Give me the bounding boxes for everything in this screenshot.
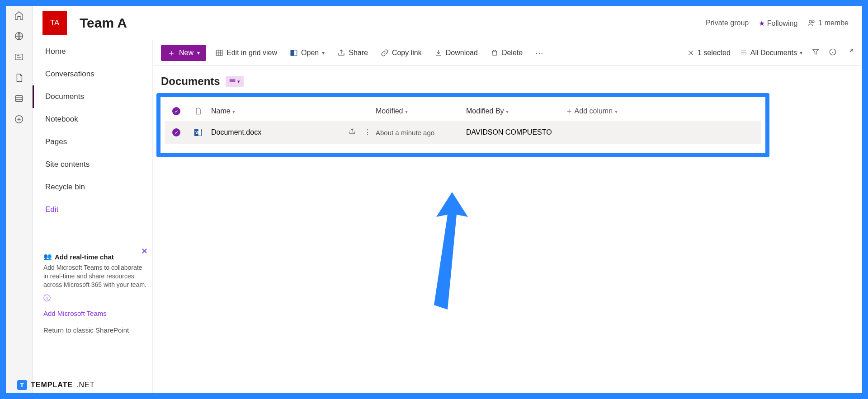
command-bar: ＋New▾ Edit in grid view Open ▾ Share Cop… xyxy=(153,40,862,66)
chevron-down-icon: ▾ xyxy=(615,108,618,115)
classic-link[interactable]: Return to classic SharePoint xyxy=(43,326,152,334)
row-checkbox[interactable]: ✓ xyxy=(172,128,180,136)
svg-rect-2 xyxy=(16,96,23,102)
select-all-checkbox[interactable]: ✓ xyxy=(172,107,180,115)
word-file-icon: W xyxy=(188,128,208,137)
app-rail xyxy=(6,6,33,393)
share-icon[interactable] xyxy=(349,128,356,137)
library-icon: 𝍢 xyxy=(229,77,236,85)
nav-item-notebook[interactable]: Notebook xyxy=(33,108,152,131)
teams-promo-card: ✕ 👥Add real-time chat Add Microsoft Team… xyxy=(43,253,148,317)
share-button[interactable]: Share xyxy=(334,49,372,57)
col-modified-header[interactable]: Modified ▾ xyxy=(376,107,466,115)
table-header: ✓ Name ▾ Modified ▾ Modified By ▾ ＋ Add … xyxy=(165,102,761,121)
chevron-down-icon: ▾ xyxy=(506,108,509,115)
chevron-down-icon: ▾ xyxy=(405,108,408,115)
modified-by-cell: DAVIDSON COMPUESTO xyxy=(466,128,566,136)
nav-edit[interactable]: Edit xyxy=(33,198,152,221)
download-button[interactable]: Download xyxy=(431,49,481,57)
star-icon: ★ xyxy=(759,19,765,27)
expand-icon[interactable] xyxy=(846,48,854,58)
nav-item-home[interactable]: Home xyxy=(33,40,152,63)
teams-promo-desc: Add Microsoft Teams to collaborate in re… xyxy=(43,263,148,289)
chevron-down-icon: ▾ xyxy=(232,108,235,115)
svg-rect-8 xyxy=(291,50,294,56)
nav-item-pages[interactable]: Pages xyxy=(33,131,152,153)
svg-point-5 xyxy=(812,21,815,23)
add-teams-link[interactable]: Add Microsoft Teams xyxy=(43,310,148,317)
add-column-button[interactable]: ＋ Add column ▾ xyxy=(566,107,647,116)
chevron-down-icon: ▾ xyxy=(237,79,240,84)
library-indicator[interactable]: 𝍢▾ xyxy=(226,76,244,87)
library-title: Documents xyxy=(161,75,220,88)
col-modified-by-header[interactable]: Modified By ▾ xyxy=(466,107,566,115)
info-icon[interactable]: ⓘ xyxy=(43,294,148,303)
list-icon[interactable] xyxy=(14,94,24,103)
watermark: T TEMPLATE.NET xyxy=(17,380,94,390)
teams-icon: 👥 xyxy=(43,253,52,261)
privacy-label: Private group xyxy=(706,19,749,27)
edit-grid-button[interactable]: Edit in grid view xyxy=(212,49,281,57)
table-row[interactable]: ✓ W Document.docx ⋮ About a minute ago D… xyxy=(165,121,761,144)
nav-item-site-contents[interactable]: Site contents xyxy=(33,153,152,176)
chevron-down-icon: ▾ xyxy=(800,50,802,56)
more-icon[interactable]: ⋮ xyxy=(364,128,371,137)
more-actions-button[interactable]: ⋯ xyxy=(532,48,547,58)
col-name-header[interactable]: Name ▾ xyxy=(208,107,376,115)
chevron-down-icon: ▾ xyxy=(322,50,325,56)
nav-item-documents[interactable]: Documents xyxy=(33,85,152,108)
file-name[interactable]: Document.docx xyxy=(211,128,261,136)
news-icon[interactable] xyxy=(14,52,24,62)
file-icon[interactable] xyxy=(14,73,24,83)
members-button[interactable]: 1 membe xyxy=(807,19,849,27)
site-logo[interactable]: TA xyxy=(42,11,67,35)
watermark-icon: T xyxy=(17,380,27,390)
nav-item-conversations[interactable]: Conversations xyxy=(33,63,152,85)
svg-point-4 xyxy=(809,20,812,23)
chevron-down-icon: ▾ xyxy=(197,50,200,56)
delete-button[interactable]: Delete xyxy=(487,49,526,57)
site-title: Team A xyxy=(80,15,127,31)
plus-circle-icon[interactable] xyxy=(14,114,24,124)
copy-link-button[interactable]: Copy link xyxy=(377,49,425,57)
following-button[interactable]: ★ Following xyxy=(759,19,797,28)
new-button[interactable]: ＋New▾ xyxy=(161,45,206,61)
globe-icon[interactable] xyxy=(14,31,24,41)
filter-icon[interactable] xyxy=(811,48,820,58)
close-icon[interactable]: ✕ xyxy=(141,246,148,256)
info-pane-icon[interactable] xyxy=(829,48,837,58)
view-selector[interactable]: All Documents ▾ xyxy=(740,49,802,57)
selection-count[interactable]: 1 selected xyxy=(687,49,731,57)
site-header: TA Team A Private group ★ Following 1 me… xyxy=(33,6,862,40)
highlight-box: ✓ Name ▾ Modified ▾ Modified By ▾ ＋ Add … xyxy=(156,93,769,157)
nav-item-recycle-bin[interactable]: Recycle bin xyxy=(33,176,152,198)
home-icon[interactable] xyxy=(14,10,24,20)
svg-text:W: W xyxy=(195,130,199,135)
left-nav: Home Conversations Documents Notebook Pa… xyxy=(33,40,153,393)
modified-cell: About a minute ago xyxy=(376,129,466,136)
svg-rect-6 xyxy=(216,50,222,56)
open-button[interactable]: Open ▾ xyxy=(286,49,328,57)
